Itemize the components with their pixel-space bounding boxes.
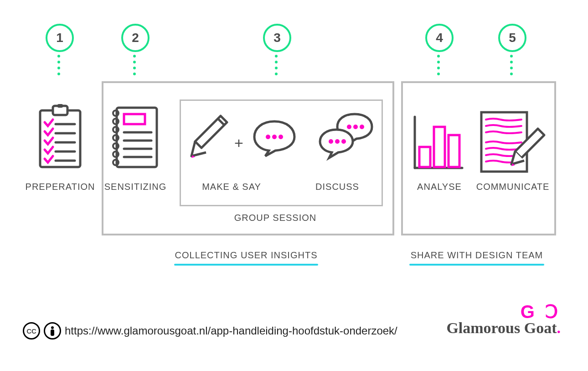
- share-label: SHARE WITH DESIGN TEAM: [400, 250, 553, 261]
- step-4-circle: 4: [425, 24, 454, 52]
- step-5-number: 5: [509, 31, 516, 45]
- glamorous-goat-logo: G Ɔ Glamorous Goat.: [446, 301, 561, 337]
- attribution-icon: [44, 322, 61, 340]
- svg-point-41: [51, 326, 54, 329]
- step-2-connector: [133, 55, 136, 75]
- step-3-number: 3: [273, 31, 281, 45]
- step-1-number: 1: [56, 31, 63, 45]
- source-url: https://www.glamorousgoat.nl/app-handlei…: [65, 324, 397, 337]
- step-5-connector: [510, 55, 513, 75]
- step-3-connector: [275, 55, 278, 75]
- collecting-underline: [174, 264, 318, 266]
- speech-bubble-icon: [252, 118, 297, 161]
- svg-point-24: [266, 135, 270, 139]
- plus-icon: +: [234, 134, 243, 152]
- step-3-label-a: MAKE & SAY: [195, 182, 268, 192]
- clipboard-icon: [36, 104, 84, 172]
- svg-rect-0: [40, 110, 80, 167]
- svg-rect-35: [419, 147, 430, 167]
- svg-point-31: [335, 139, 340, 144]
- collecting-label: COLLECTING USER INSIGHTS: [164, 250, 328, 261]
- step-4-number: 4: [436, 31, 443, 45]
- svg-point-26: [279, 135, 283, 139]
- group-session-label: GROUP SESSION: [225, 213, 325, 223]
- pencil-icon: [189, 113, 230, 165]
- step-2-circle: 2: [121, 24, 150, 52]
- step-4-connector: [437, 55, 440, 75]
- step-5-label: COMMUNICATE: [469, 182, 556, 192]
- svg-point-30: [329, 139, 333, 144]
- step-3-circle: 3: [263, 24, 291, 52]
- discussion-bubbles-icon: [316, 111, 376, 163]
- svg-rect-36: [434, 127, 445, 167]
- svg-rect-16: [124, 114, 145, 124]
- svg-point-27: [347, 125, 351, 129]
- svg-point-32: [341, 139, 346, 144]
- step-2-label: SENSITIZING: [103, 182, 168, 192]
- brand-name: Glamorous Goat: [446, 319, 557, 336]
- step-2-number: 2: [132, 31, 139, 45]
- svg-marker-21: [195, 116, 227, 148]
- bar-chart-icon: [411, 113, 466, 174]
- step-5-circle: 5: [498, 24, 526, 52]
- step-1-label: PREPERATION: [24, 182, 97, 192]
- share-underline: [409, 264, 544, 266]
- svg-rect-2: [57, 104, 63, 108]
- step-1-circle: 1: [46, 24, 74, 52]
- svg-point-25: [272, 135, 277, 139]
- notebook-icon: [109, 104, 160, 172]
- svg-rect-42: [51, 329, 54, 336]
- step-4-label: ANALYSE: [412, 182, 467, 192]
- document-pencil-icon: [478, 109, 546, 179]
- step-1-connector: [57, 55, 60, 75]
- svg-point-29: [360, 125, 364, 129]
- cc-license-icon: CC: [23, 322, 40, 340]
- step-3-label-b: DISCUSS: [310, 182, 365, 192]
- svg-point-28: [353, 125, 358, 129]
- svg-rect-37: [449, 135, 459, 167]
